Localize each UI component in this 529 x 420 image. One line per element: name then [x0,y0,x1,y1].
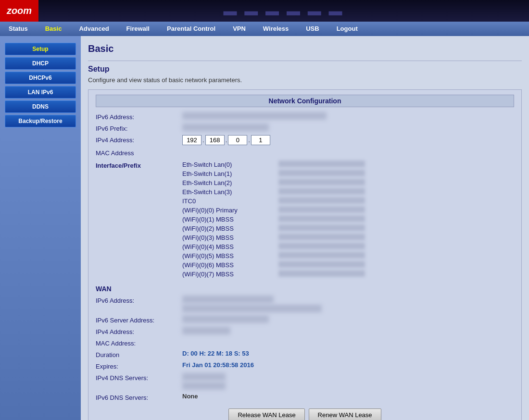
ipv6-prefix-label: IPv6 Prefix: [96,124,182,132]
mac-address-row: MAC Address [96,148,514,157]
ipv4-octet-1[interactable] [182,135,202,145]
sidebar-item-lan-ipv6[interactable]: LAN IPv6 [5,86,76,99]
logo: zoom [0,0,38,22]
wan-ipv6-address-label: IPv6 Address: [96,296,182,304]
header: zoom ▬ ▬ ▬ ▬ ▬ ▬ [0,0,529,22]
header-decoration: ▬ ▬ ▬ ▬ ▬ ▬ [224,3,344,19]
sidebar-item-setup[interactable]: Setup [5,43,76,55]
wan-ipv6-address-value [182,296,514,312]
expires-row: Expires: Fri Jan 01 20:58:58 2016 [96,361,514,370]
sidebar-item-ddns[interactable]: DDNS [5,100,76,113]
wan-ipv6-server-row: IPv6 Server Address: [96,315,514,324]
ipv4-octet-4[interactable] [251,135,270,145]
ipv6-dns-row: IPv6 DNS Servers: None [96,393,514,401]
expires-label: Expires: [96,361,182,370]
wan-label: WAN [96,285,514,293]
list-item: (WiFi)(0)(6) MBSS [182,261,514,269]
list-item: ITC0 [182,197,514,205]
ipv6-address-label: IPv6 Address: [96,112,182,121]
sidebar: Setup DHCP DHCPv6 LAN IPv6 DDNS Backup/R… [0,36,81,420]
ipv6-address-value [182,112,514,120]
list-item: Eth-Switch Lan(2) [182,179,514,187]
mac-address-label: MAC Address [96,148,182,157]
sidebar-item-dhcp[interactable]: DHCP [5,57,76,70]
ipv6-prefix-row: IPv6 Prefix: [96,124,514,132]
ipv6-prefix-value [182,124,514,131]
logo-text: zoom [7,5,32,16]
list-item: (WiFi)(0)(1) MBSS [182,215,514,223]
network-config-section: Network Configuration IPv6 Address: IPv6… [88,89,522,420]
ipv4-dns-value [182,373,514,390]
list-item: Eth-Switch Lan(1) [182,170,514,178]
nav-usb[interactable]: USB [297,22,327,36]
list-item: (WiFi)(0)(3) MBSS [182,234,514,242]
main-content: Basic Setup Configure and view status of… [81,36,529,420]
list-item: (WiFi)(0)(7) MBSS [182,270,514,278]
description: Configure and view status of basic netwo… [88,76,522,84]
list-item: (WiFi)(0)(4) MBSS [182,243,514,251]
nav-basic[interactable]: Basic [37,22,71,36]
ipv4-address-field: . . . [182,135,514,145]
ipv6-dns-label: IPv6 DNS Servers: [96,393,182,401]
wan-ipv4-address-value [182,327,514,334]
wan-mac-address-label: MAC Address: [96,338,182,347]
nav-advanced[interactable]: Advanced [70,22,117,36]
list-item: (WiFi)(0)(0) Primary [182,206,514,214]
ipv4-octet-3[interactable] [228,135,247,145]
interface-prefix-row: Interface/Prefix Eth-Switch Lan(0) Eth-S… [96,161,514,279]
release-wan-lease-button[interactable]: Release WAN Lease [228,408,304,420]
duration-value: D: 00 H: 22 M: 18 S: 53 [182,350,514,357]
wan-ipv6-server-value [182,315,514,323]
list-item: Eth-Switch Lan(3) [182,188,514,196]
wan-ipv6-address-row: IPv6 Address: [96,296,514,312]
page-title: Basic [88,41,522,57]
button-row: Release WAN Lease Renew WAN Lease [96,408,514,420]
wan-ipv4-address-row: IPv4 Address: [96,327,514,335]
wan-ipv4-address-label: IPv4 Address: [96,327,182,335]
interface-list: Eth-Switch Lan(0) Eth-Switch Lan(1) Eth-… [182,161,514,279]
list-item: (WiFi)(0)(2) MBSS [182,224,514,233]
list-item: (WiFi)(0)(5) MBSS [182,252,514,260]
ipv4-address-row: IPv4 Address: . . . [96,135,514,145]
nav-wireless[interactable]: Wireless [254,22,297,36]
nav-vpn[interactable]: VPN [224,22,254,36]
sidebar-item-dhcpv6[interactable]: DHCPv6 [5,72,76,84]
ipv4-dns-label: IPv4 DNS Servers: [96,373,182,382]
ipv4-dns-row: IPv4 DNS Servers: [96,373,514,390]
nav-logout[interactable]: Logout [328,22,366,36]
wan-mac-address-row: MAC Address: [96,338,514,347]
interface-prefix-label: Interface/Prefix [96,161,182,169]
nav-bar: Status Basic Advanced Firewall Parental … [0,22,529,36]
nav-status[interactable]: Status [0,22,37,36]
network-config-header: Network Configuration [96,95,514,107]
expires-value: Fri Jan 01 20:58:58 2016 [182,361,514,369]
ipv4-octet-2[interactable] [205,135,225,145]
ipv6-address-row: IPv6 Address: [96,112,514,121]
ipv6-dns-value: None [182,393,514,400]
wan-section: WAN IPv6 Address: IPv6 Server Address: [96,285,514,401]
wan-ipv6-server-label: IPv6 Server Address: [96,315,182,324]
sidebar-item-backup-restore[interactable]: Backup/Restore [5,115,76,127]
nav-parental-control[interactable]: Parental Control [158,22,224,36]
list-item: Eth-Switch Lan(0) [182,161,514,169]
ipv4-address-label: IPv4 Address: [96,135,182,144]
nav-firewall[interactable]: Firewall [118,22,158,36]
section-title: Setup [88,65,522,74]
renew-wan-lease-button[interactable]: Renew WAN Lease [309,408,381,420]
duration-label: Duration [96,350,182,358]
duration-row: Duration D: 00 H: 22 M: 18 S: 53 [96,350,514,358]
